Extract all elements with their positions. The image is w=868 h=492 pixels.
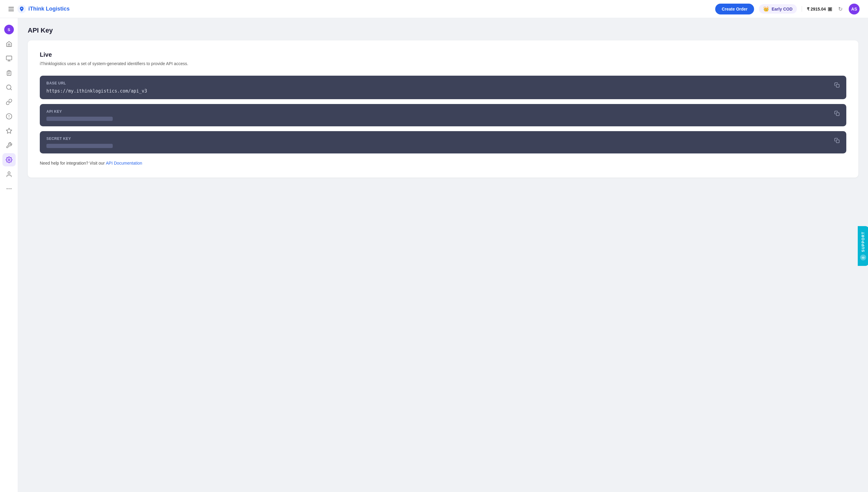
crown-icon: 👑 xyxy=(763,6,769,12)
logo-area: iThink Logistics xyxy=(18,5,70,13)
secret-key-label: Secret Key xyxy=(46,137,840,141)
copy-base-url-button[interactable] xyxy=(833,81,841,91)
sidebar-item-user-initial[interactable]: S xyxy=(2,23,16,36)
sidebar-item-reports[interactable] xyxy=(2,66,16,80)
sidebar-item-channels[interactable] xyxy=(2,95,16,108)
channels-icon xyxy=(6,99,12,105)
svg-rect-13 xyxy=(836,140,839,143)
support-badge: 0 xyxy=(860,254,866,261)
copy-secret-key-button[interactable] xyxy=(833,137,841,146)
api-key-label: API Key xyxy=(46,109,840,114)
wallet-icon: ▣ xyxy=(827,6,832,12)
copy-icon xyxy=(834,110,840,116)
main-content: API Key Live iThinklogistics uses a set … xyxy=(18,18,868,492)
secret-key-value-masked xyxy=(46,144,113,148)
secret-key-field: Secret Key xyxy=(40,131,846,153)
sidebar-item-settings[interactable] xyxy=(2,153,16,166)
copy-icon xyxy=(834,82,840,88)
svg-point-6 xyxy=(8,159,10,161)
svg-rect-1 xyxy=(6,56,11,60)
svg-rect-11 xyxy=(836,84,839,88)
logo-icon xyxy=(18,5,26,13)
sidebar-item-home[interactable] xyxy=(2,38,16,51)
header-right: Create Order 👑 Early COD ₹ 2915.04 ▣ ↻ A… xyxy=(715,4,860,15)
home-icon xyxy=(6,41,12,47)
api-key-field: API Key xyxy=(40,104,846,126)
sidebar-item-tools[interactable] xyxy=(2,139,16,152)
avatar[interactable]: AS xyxy=(849,4,860,15)
early-cod-badge: 👑 Early COD xyxy=(759,4,797,14)
tracking-icon xyxy=(6,84,12,91)
sidebar-item-tracking[interactable] xyxy=(2,81,16,94)
section-desc: iThinklogistics uses a set of system-gen… xyxy=(40,61,846,66)
svg-rect-12 xyxy=(836,113,839,116)
help-text: Need help for integration? Visit our API… xyxy=(40,161,846,166)
logo-text: iThink Logistics xyxy=(28,6,70,12)
api-key-value-masked xyxy=(46,117,113,121)
hamburger-menu[interactable] xyxy=(8,7,14,11)
copy-api-key-button[interactable] xyxy=(833,109,841,119)
offers-icon xyxy=(6,113,12,120)
svg-point-9 xyxy=(10,189,11,189)
create-order-button[interactable]: Create Order xyxy=(715,4,755,15)
refresh-button[interactable]: ↻ xyxy=(837,4,844,14)
settings-icon xyxy=(6,156,12,163)
sidebar-item-profile[interactable] xyxy=(2,168,16,181)
base-url-label: BASE URL xyxy=(46,81,840,85)
sidebar-item-integrations[interactable] xyxy=(2,124,16,138)
sidebar-item-orders[interactable] xyxy=(2,52,16,65)
svg-point-7 xyxy=(8,172,10,174)
more-icon xyxy=(6,186,12,192)
profile-icon xyxy=(6,171,12,177)
balance-value: ₹ 2915.04 xyxy=(807,7,826,11)
sidebar-item-offers[interactable] xyxy=(2,110,16,123)
early-cod-label: Early COD xyxy=(771,7,792,11)
svg-marker-5 xyxy=(6,128,11,133)
integrations-icon xyxy=(6,127,12,134)
content-card: Live iThinklogistics uses a set of syste… xyxy=(28,41,858,177)
reports-icon xyxy=(6,70,12,76)
page-title: API Key xyxy=(28,27,858,34)
orders-icon xyxy=(6,55,12,62)
support-label: SUPPORT xyxy=(861,231,865,252)
support-tab[interactable]: 0 SUPPORT xyxy=(858,226,868,266)
base-url-value: https://my.ithinklogistics.com/api_v3 xyxy=(46,88,840,94)
svg-rect-2 xyxy=(8,71,10,72)
header-left: iThink Logistics xyxy=(8,5,70,13)
sidebar: S xyxy=(0,18,18,492)
header: iThink Logistics Create Order 👑 Early CO… xyxy=(0,0,868,18)
balance-display: ₹ 2915.04 ▣ xyxy=(802,6,833,12)
svg-point-10 xyxy=(7,189,7,189)
help-text-prefix: Need help for integration? Visit our xyxy=(40,161,106,166)
copy-icon xyxy=(834,138,840,143)
layout: S xyxy=(0,18,868,492)
section-title: Live xyxy=(40,51,846,58)
sidebar-item-more[interactable] xyxy=(2,182,16,195)
api-documentation-link[interactable]: API Documentation xyxy=(106,161,142,166)
sidebar-user-avatar: S xyxy=(4,25,14,34)
base-url-field: BASE URL https://my.ithinklogistics.com/… xyxy=(40,76,846,99)
tools-icon xyxy=(6,142,12,149)
svg-point-8 xyxy=(9,189,9,189)
